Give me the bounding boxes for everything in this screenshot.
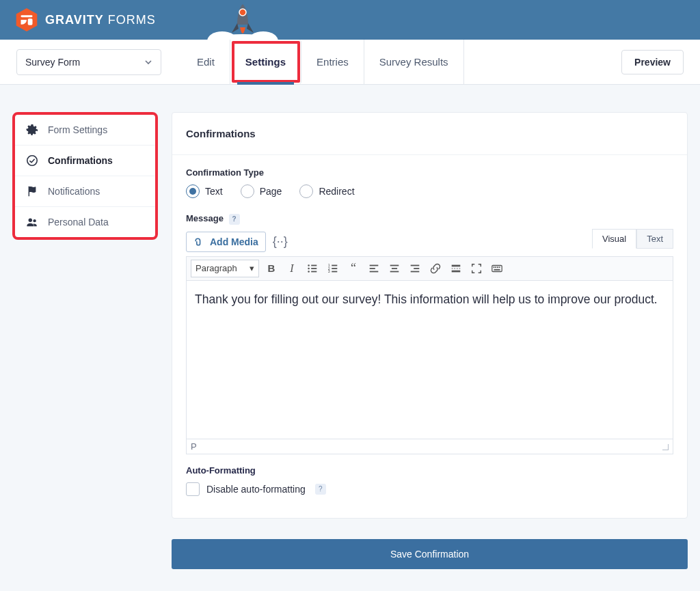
svg-rect-31 <box>452 264 461 266</box>
app-header: GRAVITY FORMS <box>0 0 700 40</box>
radio-circle-icon <box>299 184 313 198</box>
fullscreen-button[interactable] <box>468 260 485 277</box>
link-button[interactable] <box>427 260 444 277</box>
svg-point-12 <box>308 267 310 269</box>
svg-rect-34 <box>492 265 502 271</box>
check-circle-icon <box>26 154 38 167</box>
sidebar-item-personal-data[interactable]: Personal Data <box>15 207 155 237</box>
gear-icon <box>26 124 38 136</box>
svg-rect-37 <box>497 266 498 268</box>
svg-rect-30 <box>411 271 420 272</box>
svg-rect-23 <box>370 268 375 269</box>
settings-sidebar: Form Settings Confirmations Notification… <box>12 112 158 240</box>
tab-survey-results[interactable]: Survey Results <box>364 40 464 84</box>
add-media-button[interactable]: Add Media <box>186 232 266 252</box>
mode-tab-text[interactable]: Text <box>636 229 673 249</box>
save-confirmation-button[interactable]: Save Confirmation <box>172 539 688 569</box>
sidebar-item-notifications[interactable]: Notifications <box>15 176 155 207</box>
flag-icon <box>26 185 38 197</box>
svg-rect-17 <box>332 264 337 266</box>
sidebar-item-label: Confirmations <box>48 155 113 166</box>
confirmation-type-label: Confirmation Type <box>186 167 673 178</box>
sidebar-item-confirmations[interactable]: Confirmations <box>15 146 155 176</box>
radio-circle-icon <box>186 184 200 198</box>
tab-edit[interactable]: Edit <box>182 40 230 84</box>
italic-button[interactable]: I <box>284 260 300 277</box>
quote-button[interactable]: “ <box>345 260 362 277</box>
auto-formatting-label: Auto-Formatting <box>186 465 673 476</box>
top-nav: Survey Form Edit Settings Entries Survey… <box>0 40 700 85</box>
keyboard-button[interactable] <box>489 260 505 277</box>
confirmations-panel: Confirmations Confirmation Type Text Pag… <box>172 112 688 519</box>
svg-rect-33 <box>452 270 461 272</box>
content-area: Form Settings Confirmations Notification… <box>0 85 700 581</box>
align-left-button[interactable] <box>366 260 382 277</box>
gravity-logo-icon <box>15 7 38 33</box>
caret-down-icon: ▾ <box>250 263 254 273</box>
svg-rect-26 <box>392 268 397 269</box>
confirmation-type-radios: Text Page Redirect <box>186 184 673 198</box>
ol-button[interactable]: 123 <box>325 260 341 277</box>
brand-logo: GRAVITY FORMS <box>0 7 156 33</box>
svg-rect-39 <box>494 269 500 270</box>
svg-rect-19 <box>332 268 337 269</box>
message-label: Message ? <box>186 213 673 225</box>
disable-auto-formatting-checkbox[interactable] <box>186 482 200 496</box>
svg-rect-29 <box>414 268 419 269</box>
form-dropdown-label: Survey Form <box>25 57 80 68</box>
radio-page[interactable]: Page <box>241 184 282 198</box>
svg-rect-36 <box>495 266 496 268</box>
tab-settings[interactable]: Settings <box>230 40 301 84</box>
media-icon <box>193 236 204 247</box>
sidebar-item-label: Notifications <box>48 186 100 197</box>
help-icon[interactable]: ? <box>315 484 326 495</box>
radio-text[interactable]: Text <box>186 184 223 198</box>
preview-button[interactable]: Preview <box>621 50 684 74</box>
svg-point-9 <box>33 219 36 222</box>
message-textarea[interactable]: Thank you for filling out our survey! Th… <box>186 281 673 439</box>
readmore-button[interactable] <box>448 260 464 277</box>
svg-text:3: 3 <box>328 269 330 273</box>
svg-rect-2 <box>28 18 33 25</box>
disable-auto-formatting-text: Disable auto-formatting <box>206 484 306 495</box>
svg-rect-1 <box>21 15 33 17</box>
form-dropdown[interactable]: Survey Form <box>16 49 161 75</box>
people-icon <box>26 216 38 228</box>
svg-rect-38 <box>499 266 500 268</box>
svg-point-7 <box>27 156 37 165</box>
svg-rect-21 <box>332 271 337 272</box>
svg-rect-15 <box>311 271 317 272</box>
svg-rect-25 <box>390 264 399 266</box>
editor-status-bar: P <box>186 439 673 454</box>
sidebar-item-form-settings[interactable]: Form Settings <box>15 115 155 146</box>
tab-entries[interactable]: Entries <box>301 40 364 84</box>
form-tabs: Edit Settings Entries Survey Results <box>182 40 464 84</box>
radio-circle-icon <box>241 184 254 198</box>
brand-text: GRAVITY FORMS <box>45 13 156 27</box>
merge-tag-button[interactable]: {··} <box>273 234 288 249</box>
editor-mode-tabs: Visual Text <box>592 229 673 249</box>
svg-point-6 <box>239 9 246 16</box>
svg-point-8 <box>29 219 32 222</box>
svg-point-14 <box>308 271 310 273</box>
sidebar-item-label: Personal Data <box>48 217 109 228</box>
svg-rect-35 <box>494 266 495 268</box>
panel-title: Confirmations <box>172 113 687 155</box>
chevron-down-icon <box>144 58 152 66</box>
svg-rect-27 <box>390 271 399 272</box>
radio-redirect[interactable]: Redirect <box>299 184 354 198</box>
svg-point-10 <box>308 264 310 266</box>
svg-rect-28 <box>411 264 420 266</box>
svg-rect-22 <box>370 264 379 266</box>
ul-button[interactable] <box>304 260 321 277</box>
svg-rect-13 <box>311 268 317 269</box>
help-icon[interactable]: ? <box>229 214 240 225</box>
resize-handle[interactable] <box>660 442 669 450</box>
svg-rect-11 <box>311 264 317 266</box>
disable-auto-formatting-row: Disable auto-formatting ? <box>186 482 673 496</box>
bold-button[interactable]: B <box>263 260 280 277</box>
align-right-button[interactable] <box>407 260 423 277</box>
align-center-button[interactable] <box>386 260 403 277</box>
paragraph-dropdown[interactable]: Paragraph ▾ <box>191 260 259 277</box>
mode-tab-visual[interactable]: Visual <box>592 229 636 249</box>
